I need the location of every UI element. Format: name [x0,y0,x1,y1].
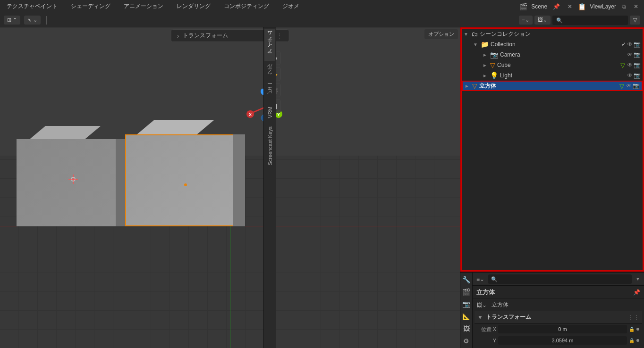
menu-compositing[interactable]: コンポジティング [221,1,272,11]
props-mesh-icon-sm: 🖼⌄ [476,302,487,308]
collection-icon: 📁 [481,41,489,48]
cube-filter-icon[interactable]: ▽ [620,62,625,69]
light-vis-icons: 👁 📷 [627,72,641,79]
tab-item[interactable]: アイテム [264,29,275,61]
collection-camera-icon[interactable]: 📷 [634,41,641,48]
camera-icon: 📷 [490,51,498,58]
outliner-display-btn[interactable]: 🖼⌄ [534,16,551,25]
options-button[interactable]: オプション [424,29,458,39]
close-scene-btn[interactable]: ✕ [566,2,574,11]
menu-animation[interactable]: アニメーション [121,1,166,11]
viewport-3d[interactable]: Z Y X › トランスフォーム ⋮⋮ ⊕ ✋ 🎥 ⊞ [0,27,460,348]
outliner-mode-btn[interactable]: ≡⌄ [519,16,533,25]
pin-scene-btn[interactable]: 📌 [551,2,562,11]
props-object-name: 立方体 [476,288,495,297]
menu-geo[interactable]: ジオメ [280,1,302,11]
transform-expand-icon[interactable]: › [177,32,179,40]
rikkakutai-item[interactable]: ► ▽ 立方体 ▽ 👁 📷 [462,81,643,91]
viewlayer-icon: 📋 [578,3,586,10]
cube-left-group [17,139,116,226]
light-icon: 💡 [490,72,498,79]
main-layout: Z Y X › トランスフォーム ⋮⋮ ⊕ ✋ 🎥 ⊞ [0,27,644,348]
scene-collection-arrow[interactable]: ▼ [464,32,469,37]
props-content: ≡⌄ ▼ 立方体 📌 🖼⌄ 立方体 ▼ [473,273,644,348]
menu-rendering[interactable]: レンダリング [174,1,213,11]
copy-viewlayer-btn[interactable]: ⧉ [620,2,628,11]
transform-pos-x-row: 位置 X 🔒 [475,323,642,335]
outliner-search-display: 🔍 [552,16,628,25]
viewlayer-label: ViewLayer [590,3,616,10]
cube-cam-icon[interactable]: 📷 [634,62,641,68]
pos-x-label: 位置 X [477,326,496,333]
rikkakutai-cam-icon[interactable]: 📷 [633,83,640,89]
pos-x-input[interactable] [498,325,627,333]
camera-arrow[interactable]: ► [483,52,488,58]
cube-label: Cube [497,62,619,68]
props-search-input[interactable] [488,274,632,284]
cube-right-group [125,134,234,226]
pos-y-input[interactable] [498,336,627,345]
scene-icon: 🎬 [519,3,527,10]
close-viewlayer-btn[interactable]: ✕ [632,2,640,11]
light-eye-icon[interactable]: 👁 [627,72,633,79]
cube-vis-icons: ▽ 👁 📷 [620,62,641,69]
viewport-right-tabs: アイテム ツール ビュー VRM Screencast Keys [263,27,276,348]
collection-check-icon[interactable]: ✓ [621,41,626,48]
tab-screencast[interactable]: Screencast Keys [265,123,275,169]
props-mode-btn[interactable]: ≡⌄ [475,275,486,283]
transform-header-label: トランスフォーム [486,313,531,321]
collection-eye-icon[interactable]: 👁 [627,41,633,48]
properties-panel: 🔧 🎬 📷 📐 🖼 ⚙ ≡⌄ ▼ 立方体 📌 [460,272,644,348]
menu-shading[interactable]: シェーディング [68,1,113,11]
rikkakutai-eye-icon[interactable]: 👁 [626,83,632,89]
cube-item[interactable]: ► ▽ Cube ▽ 👁 📷 [462,60,643,70]
props-icons-bar: 🔧 🎬 📷 📐 🖼 ⚙ [460,273,473,348]
props-dropdown-btn[interactable]: ▼ [634,275,642,282]
transform-section: ▼ トランスフォーム ⋮⋮ 位置 X 🔒 Y [473,311,644,346]
menu-texture-paint[interactable]: テクスチャペイント [4,1,60,11]
transform-header[interactable]: ▼ トランスフォーム ⋮⋮ [475,311,642,323]
props-type-row: 🖼⌄ 立方体 [473,299,644,311]
props-icon-scene[interactable]: 🎬 [461,287,472,297]
proportional-btn[interactable]: ∿ ⌄ [24,16,41,25]
cube-mesh-icon: ▽ [490,61,495,69]
props-icon-world[interactable]: 📷 [461,299,472,309]
collection-item[interactable]: ▼ 📁 Collection ✓ 👁 📷 [462,39,643,50]
pos-x-keyframe-dot [636,328,639,331]
camera-item[interactable]: ► 📷 Camera 👁 📷 [462,50,643,60]
snap-btn[interactable]: ⊞ ⌃ [4,16,20,25]
right-panel: ▼ 🗂 シーンコレクション ▼ 📁 Collection ✓ 👁 📷 [460,27,644,348]
light-item[interactable]: ► 💡 Light 👁 📷 [462,70,643,81]
pos-x-lock-icon[interactable]: 🔒 [629,327,635,332]
props-pin-icon[interactable]: 📌 [633,289,640,296]
tab-tool[interactable]: ツール [264,62,275,82]
outliner-filter-btn[interactable]: ▽ [630,16,640,25]
rikkakutai-filter-icon[interactable]: ▽ [619,83,624,90]
camera-cam-icon[interactable]: 📷 [634,51,641,58]
tab-vrm[interactable]: VRM [265,103,275,122]
crosshair [68,174,78,184]
props-name-row: 立方体 📌 [473,286,644,299]
cube-arrow[interactable]: ► [483,63,488,68]
crosshair-center [71,177,76,182]
camera-vis-icons: 👁 📷 [627,51,641,58]
props-icon-render[interactable]: 🔧 [461,274,472,285]
props-icon-modifier[interactable]: 🖼 [461,323,472,334]
cube-left-top-face [30,126,101,139]
cube-eye-icon[interactable]: 👁 [627,62,633,68]
light-arrow[interactable]: ► [483,73,488,78]
light-cam-icon[interactable]: 📷 [634,72,641,79]
camera-eye-icon[interactable]: 👁 [627,51,633,58]
options-btn-container: オプション [424,29,458,39]
props-icon-object[interactable]: 📐 [461,311,472,322]
props-icon-particles[interactable]: ⚙ [461,336,472,346]
rikkakutai-arrow[interactable]: ► [465,83,470,89]
scene-collection-item[interactable]: ▼ 🗂 シーンコレクション [462,29,643,39]
camera-label: Camera [500,51,625,58]
tab-view[interactable]: ビュー [264,83,275,102]
collection-label: Collection [491,41,619,48]
pos-y-lock-icon[interactable]: 🔒 [629,338,635,343]
collection-arrow[interactable]: ▼ [473,42,479,47]
transform-panel-label: トランスフォーム [183,32,228,40]
cube-right-right-face [233,134,245,226]
